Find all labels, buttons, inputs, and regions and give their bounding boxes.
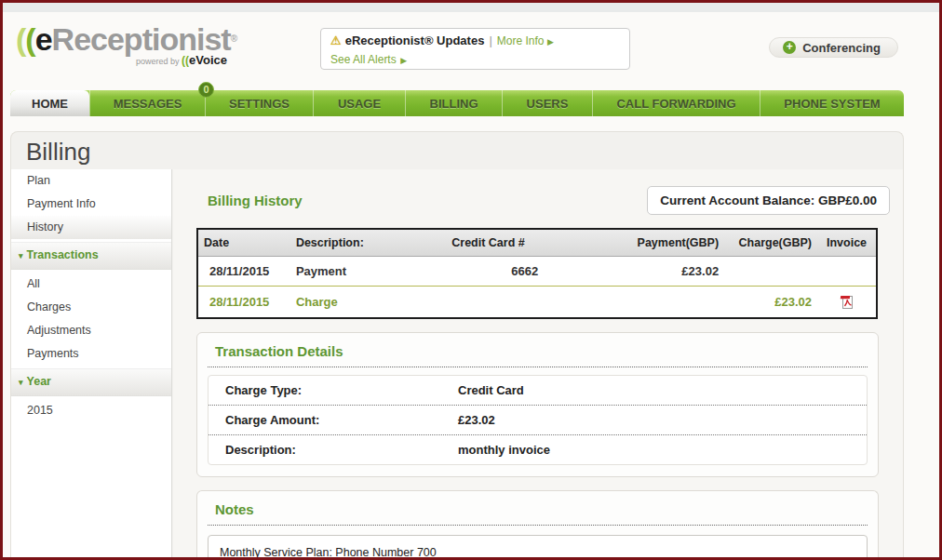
col-header-date: Date: [197, 229, 290, 257]
tab-home[interactable]: HOME: [10, 90, 89, 116]
updates-title: eReceptionist® Updates: [345, 33, 485, 47]
transaction-details-panel: Transaction Details Charge Type: Credit …: [196, 332, 879, 477]
cell-credit-card: 6662: [446, 257, 603, 287]
tab-billing[interactable]: BILLING: [405, 90, 502, 116]
more-info-link[interactable]: More Info: [497, 34, 545, 47]
triangle-down-icon: ▾: [19, 251, 23, 260]
col-header-charge: Charge(GBP): [724, 229, 817, 257]
cell-payment: [603, 287, 724, 319]
notes-content-box: Monthly Service Plan: Phone Number 700: [208, 535, 868, 557]
arrow-right-icon: ▶: [400, 56, 407, 65]
updates-alert-box: ⚠eReceptionist® Updates|More Info ▶ See …: [320, 28, 630, 70]
plus-circle-icon: +: [783, 41, 796, 54]
cell-charge: £23.02: [724, 287, 817, 319]
section-label: Year: [27, 375, 51, 388]
col-header-invoice: Invoice: [817, 229, 877, 257]
cell-date: 28/11/2015: [197, 287, 290, 319]
header: ((eReceptionist® powered by ((eVoice ⚠eR…: [3, 12, 939, 90]
col-header-payment: Payment(GBP): [603, 229, 724, 257]
logo-wordmark: ((eReceptionist®: [16, 23, 236, 55]
detail-value: monthly invoice: [458, 435, 550, 464]
separator: |: [489, 33, 491, 47]
cell-credit-card: [446, 287, 603, 319]
col-header-description: Description:: [290, 229, 446, 257]
notes-panel: Notes Monthly Service Plan: Phone Number…: [196, 490, 879, 557]
tab-call-forwarding[interactable]: CALL FORWARDING: [592, 90, 760, 116]
tab-phone-system[interactable]: PHONE SYSTEM: [760, 90, 904, 116]
billing-history-heading: Billing History: [208, 193, 303, 208]
sound-wave-icon: (: [25, 21, 34, 57]
notes-heading: Notes: [208, 500, 868, 526]
tab-usage[interactable]: USAGE: [313, 90, 405, 116]
detail-row-charge-amount: Charge Amount: £23.02: [209, 406, 867, 435]
sidebar-item-payment-info[interactable]: Payment Info: [11, 193, 171, 216]
detail-value: Credit Card: [458, 376, 524, 405]
sidebar-item-payments[interactable]: Payments: [11, 342, 171, 366]
sidebar-item-2015[interactable]: 2015: [11, 399, 171, 422]
cell-invoice: [817, 287, 877, 319]
ereceptionist-logo[interactable]: ((eReceptionist® powered by ((eVoice: [16, 23, 236, 67]
col-header-credit-card: Credit Card #: [446, 229, 603, 257]
tab-messages[interactable]: MESSAGES: [89, 90, 205, 116]
sidebar-item-plan[interactable]: Plan: [11, 169, 171, 193]
logo-brand-e: e: [35, 21, 52, 57]
tab-users[interactable]: USERS: [502, 90, 592, 116]
powered-by-label: powered by: [136, 57, 182, 66]
conferencing-label: Conferencing: [802, 41, 881, 55]
detail-value: £23.02: [458, 406, 495, 434]
sidebar-section-year[interactable]: ▾Year: [11, 368, 171, 396]
cell-payment: £23.02: [603, 257, 724, 287]
evoice-brand: eVoice: [189, 53, 227, 67]
see-all-alerts-line: See All Alerts ▶: [330, 50, 620, 67]
updates-line: ⚠eReceptionist® Updates|More Info ▶: [330, 33, 620, 47]
arrow-right-icon: ▶: [547, 37, 554, 47]
transaction-details-heading: Transaction Details: [208, 341, 868, 367]
sidebar-section-transactions[interactable]: ▾Transactions: [11, 242, 171, 270]
page-title: Billing: [11, 132, 903, 169]
cell-description: Charge: [290, 287, 446, 319]
warning-icon: ⚠: [330, 33, 342, 47]
billing-panel: Billing Plan Payment Info History ▾Trans…: [10, 131, 904, 557]
logo-brand-rest: Receptionist: [52, 21, 231, 57]
see-all-alerts-link[interactable]: See All Alerts: [330, 53, 397, 66]
detail-label: Charge Type:: [209, 376, 458, 405]
sidebar-item-all[interactable]: All: [11, 273, 171, 296]
detail-label: Charge Amount:: [209, 406, 458, 434]
billing-sidebar: Plan Payment Info History ▾Transactions …: [11, 169, 172, 557]
top-strip: [3, 3, 939, 12]
sound-wave-icon: (: [16, 21, 25, 57]
billing-history-header: Billing History Current Account Balance:…: [196, 186, 878, 215]
sidebar-item-adjustments[interactable]: Adjustments: [11, 319, 171, 342]
sound-wave-icon: ((: [182, 54, 189, 67]
cell-date: 28/11/2015: [197, 257, 290, 287]
table-row-charge-selected[interactable]: 28/11/2015 Charge £23.02: [197, 287, 877, 319]
detail-row-description: Description: monthly invoice: [209, 435, 867, 464]
section-label: Transactions: [27, 248, 99, 261]
account-balance-box: Current Account Balance: GBP£0.00: [647, 186, 890, 215]
cell-description: Payment: [290, 257, 446, 287]
pdf-invoice-icon[interactable]: [840, 294, 855, 310]
billing-main-content: Billing History Current Account Balance:…: [173, 169, 903, 557]
table-row-payment[interactable]: 28/11/2015 Payment 6662 £23.02: [197, 257, 877, 287]
cell-invoice: [817, 257, 877, 287]
conferencing-button[interactable]: + Conferencing: [769, 37, 898, 58]
table-header-row: Date Description: Credit Card # Payment(…: [197, 229, 877, 257]
main-nav: 0 HOME MESSAGES SETTINGS USAGE BILLING U…: [10, 90, 904, 116]
detail-label: Description:: [209, 435, 458, 464]
transaction-details-box: Charge Type: Credit Card Charge Amount: …: [208, 375, 868, 465]
detail-row-charge-type: Charge Type: Credit Card: [209, 376, 867, 406]
sidebar-item-history[interactable]: History: [11, 216, 171, 239]
app-window: ((eReceptionist® powered by ((eVoice ⚠eR…: [0, 0, 942, 560]
sidebar-item-charges[interactable]: Charges: [11, 296, 171, 319]
billing-history-table: Date Description: Credit Card # Payment(…: [196, 228, 878, 319]
messages-count-badge: 0: [198, 82, 214, 98]
registered-mark: ®: [231, 33, 236, 44]
cell-charge: [724, 257, 817, 287]
tab-settings[interactable]: SETTINGS: [205, 90, 313, 116]
triangle-down-icon: ▾: [19, 378, 23, 387]
